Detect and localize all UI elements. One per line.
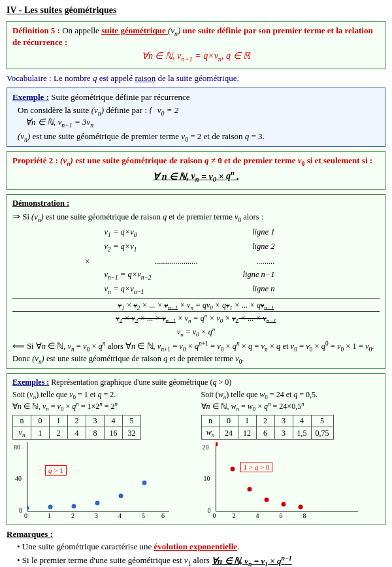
demo-text1: Si (vn) est une suite géométrique de rai… — [23, 212, 264, 221]
arrow-right: ⇒ — [12, 212, 23, 221]
def-formula: ∀n ∈ ℕ, vn+1 = q×vn, q ∈ ℝ — [12, 50, 380, 63]
right-graph-wrapper: 20 10 0 0 2 4 6 8 1 > q > 0 — [201, 442, 358, 521]
definition-content: Définition 5 : On appelle suite géométri… — [12, 25, 380, 48]
left-graph-wrapper: 80 40 0 0 1 2 3 4 5 6 q > 1 — [12, 442, 169, 521]
svg-point-8 — [247, 487, 252, 492]
demonstration-box: Démonstration : ⇒ Si (vn) est une suite … — [7, 194, 385, 369]
x-tick-5: 5 — [142, 512, 145, 519]
left-text1: Soit (vn) telle que v0 = 1 et q = 2. — [12, 390, 191, 400]
r-x-tick-0: 0 — [213, 512, 216, 519]
r-y-tick-20: 20 — [203, 444, 209, 451]
remarks-section: Remarques : • Une suite géométrique cara… — [7, 529, 385, 567]
r-x-tick-2: 2 — [233, 512, 236, 519]
def-term: suite géométrique — [101, 25, 168, 35]
examples-graph-subtitle: Représentation graphique d'une suite géo… — [51, 378, 231, 387]
svg-point-10 — [281, 502, 286, 507]
demo-product-line2: v1 × v2 × ... × vn−1 × vn = qn × v0 × v1… — [12, 311, 380, 324]
svg-point-11 — [298, 505, 302, 510]
prop-text: est une suite géométrique de raison q ≠ … — [75, 155, 372, 165]
example1-text1: On considère la suite (vn) définie par : — [18, 105, 149, 115]
demo-part2: ⟸ Si ∀n ∈ ℕ, vn = v0 × qn alors ∀n ∈ ℕ, … — [12, 340, 380, 353]
right-text2: ∀n ∈ ℕ, wn = w0 × qn = 24×0,5n — [201, 400, 380, 412]
r-y-tick-0: 0 — [208, 507, 211, 514]
propriete-box: Propriété 2 : (vn) est une suite géométr… — [7, 151, 385, 190]
prop-formula: ∀ n ∈ ℕ, vn = v0 × qn . — [12, 170, 380, 183]
def-seq-label: (vn) — [168, 25, 183, 35]
example1-body: On considère la suite (vn) définie par :… — [18, 105, 380, 142]
svg-point-2 — [72, 504, 76, 509]
example1-subtitle: Suite géométrique définie par récurrence — [51, 92, 189, 102]
example1-title: Exemple : Suite géométrique définie par … — [12, 92, 380, 103]
demo-title: Démonstration : — [12, 199, 380, 208]
x-tick-4: 4 — [118, 512, 122, 519]
left-graph-svg — [27, 442, 171, 510]
example1-conclusion: (vn) est une suite géométrique de premie… — [18, 131, 380, 143]
x-tick-1: 1 — [48, 512, 51, 519]
right-example: Soit (wn) telle que w0 = 24 et q = 0,5. … — [201, 390, 380, 521]
svg-point-4 — [119, 494, 123, 498]
y-tick-40: 40 — [15, 475, 22, 482]
def-text: On appelle — [62, 25, 101, 35]
arrow-left: ⟸ — [12, 342, 27, 351]
two-col-examples: Soit (vn) telle que v0 = 1 et q = 2. ∀n … — [12, 390, 380, 521]
def-label: Définition 5 : — [12, 25, 62, 35]
vocab-text: Vocabulaire : Le nombre q est appelé rai… — [7, 73, 239, 83]
demo-eq2: v2 = q×v1 ligne 2 — [105, 240, 288, 255]
demo-part1: ⇒ Si (vn) est une suite géométrique de r… — [12, 211, 380, 223]
svg-point-1 — [48, 505, 53, 510]
prop-seq: (vn) — [60, 155, 75, 165]
x-tick-2: 2 — [71, 512, 74, 519]
demo-eq-dots: × ..................... ......... — [85, 255, 288, 268]
demo-eq4: vn = q×vn−1 ligne n — [105, 282, 288, 297]
right-text1: Soit (wn) telle que w0 = 24 et q = 0,5. — [201, 390, 380, 400]
left-example: Soit (vn) telle que v0 = 1 et q = 2. ∀n … — [12, 390, 191, 521]
demo-eq3: vn−1 = q×vn−2 ligne n−1 — [105, 268, 288, 283]
examples-graph-title: Exemples : Représentation graphique d'un… — [12, 378, 380, 387]
x-tick-6: 6 — [161, 512, 165, 519]
propriete-content: Propriété 2 : (vn) est une suite géométr… — [12, 155, 380, 167]
vocab-line: Vocabulaire : Le nombre q est appelé rai… — [7, 73, 385, 84]
y-tick-80: 80 — [14, 444, 20, 451]
svg-point-7 — [230, 467, 235, 472]
example1-box: Exemple : Suite géométrique définie par … — [7, 88, 385, 147]
definition-box: Définition 5 : On appelle suite géométri… — [7, 21, 385, 69]
page-title: IV - Les suites géométriques — [7, 5, 385, 16]
r-x-tick-4: 4 — [256, 512, 259, 519]
r-x-tick-8: 8 — [303, 512, 306, 519]
r-x-tick-6: 6 — [280, 512, 283, 519]
svg-point-6 — [216, 442, 218, 447]
svg-point-9 — [264, 498, 269, 502]
svg-point-5 — [142, 481, 147, 485]
right-table: n012345 wn2412631,50,75 — [201, 415, 334, 440]
x-tick-3: 3 — [95, 512, 98, 519]
left-text2: ∀n ∈ ℕ, vn = v0 × qn = 1×2n = 2n — [12, 400, 191, 412]
remark-1: • Une suite géométrique caractérise une … — [17, 542, 385, 552]
demo-eq1: v1 = q×v0 ligne 1 — [105, 225, 288, 240]
svg-point-0 — [27, 506, 29, 510]
right-graph-svg — [216, 442, 353, 510]
left-table: n012345 vn12481632 — [12, 415, 141, 440]
x-tick-0: 0 — [24, 512, 27, 519]
remarks-title: Remarques : — [7, 529, 53, 539]
demo-text2: Si ∀n ∈ ℕ, vn = v0 × qn alors ∀n ∈ ℕ, vn… — [27, 342, 374, 351]
y-tick-0: 0 — [19, 507, 22, 514]
demo-text3: Donc (vn) est une suite géométrique de r… — [12, 354, 380, 365]
r-y-tick-10: 10 — [204, 475, 210, 482]
examples-graph-box: Exemples : Représentation graphique d'un… — [7, 373, 385, 525]
remark-2: • Si le premier terme d'une suite géomét… — [17, 554, 385, 567]
demo-product-line1: v1 × v2 × ... × vn−1 × vn = qv0 × qv1 × … — [12, 299, 380, 311]
svg-point-3 — [95, 501, 100, 506]
demo-result: vn = v0 × qn — [12, 326, 380, 338]
prop-label: Propriété 2 : — [12, 155, 60, 165]
